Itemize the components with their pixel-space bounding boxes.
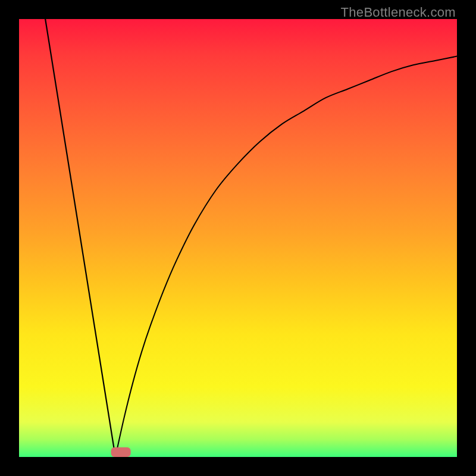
chart-svg [19, 19, 457, 457]
curve-group [45, 19, 457, 457]
min-marker [111, 447, 131, 457]
chart-frame: TheBottleneck.com [0, 0, 476, 476]
watermark-text: TheBottleneck.com [341, 5, 456, 20]
plot-area [19, 19, 457, 457]
curve-right [115, 57, 457, 457]
curve-left [45, 19, 115, 457]
